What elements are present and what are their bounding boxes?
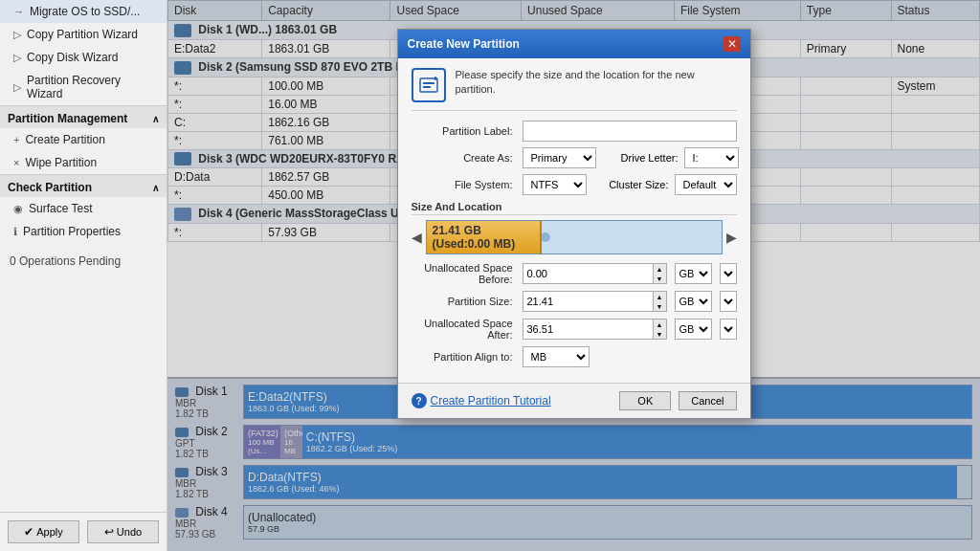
unalloc-after-spinner[interactable]: ▲ ▼ [523, 319, 667, 340]
sidebar-item-copy-disk[interactable]: ▷ Copy Disk Wizard [0, 46, 167, 69]
undo-icon: ↩ [104, 525, 114, 539]
sidebar-item-migrate-label: Migrate OS to SSD/... [30, 5, 140, 18]
dialog-intro: Please specify the size and the location… [412, 68, 737, 111]
migrate-icon: → [13, 6, 24, 17]
unalloc-before-row: Unallocated Space Before: ▲ ▼ GBMBKB ▼ [412, 262, 737, 285]
unalloc-before-extra-select[interactable]: ▼ [720, 263, 737, 284]
apply-button[interactable]: ✔ ✔ Apply Apply [8, 520, 79, 543]
main-content: Disk Capacity Used Space Unused Space Fi… [167, 0, 980, 551]
sidebar-item-copy-disk-label: Copy Disk Wizard [27, 51, 118, 64]
sidebar: → Migrate OS to SSD/... ▷ Copy Partition… [0, 0, 167, 551]
partition-bar-wrapper: ◀ 21.41 GB (Used:0.00 MB) ▶ [412, 220, 737, 254]
sidebar-item-partition-recovery-label: Partition Recovery Wizard [27, 74, 157, 100]
sidebar-item-copy-partition-label: Copy Partition Wizard [27, 28, 138, 41]
dialog-titlebar: Create New Partition ✕ [398, 30, 750, 58]
partition-props-icon: ℹ [13, 226, 17, 238]
cancel-button[interactable]: Cancel [679, 391, 736, 410]
sidebar-item-migrate[interactable]: → Migrate OS to SSD/... [0, 0, 167, 23]
unalloc-after-label: Unallocated Space After: [412, 318, 517, 341]
tutorial-link[interactable]: Create Partition Tutorial [431, 394, 551, 408]
dialog-body: Please specify the size and the location… [398, 58, 750, 383]
create-partition-icon: + [13, 134, 19, 145]
unalloc-after-down[interactable]: ▼ [654, 329, 666, 339]
partition-size-input[interactable] [523, 292, 653, 311]
create-partition-dialog: Create New Partition ✕ [397, 29, 751, 419]
partition-label-input[interactable] [523, 121, 737, 142]
create-as-row: Create As: Primary Logical Extended Driv… [412, 147, 737, 168]
unalloc-before-spinner[interactable]: ▲ ▼ [523, 263, 667, 284]
partition-bar-track[interactable]: 21.41 GB (Used:0.00 MB) [426, 220, 723, 254]
create-as-select[interactable]: Primary Logical Extended [523, 147, 596, 168]
bar-arrow-left[interactable]: ◀ [412, 230, 422, 245]
svg-rect-2 [423, 86, 431, 88]
check-partition-chevron: ∧ [152, 183, 159, 193]
unalloc-before-unit-select[interactable]: GBMBKB [675, 263, 712, 284]
unalloc-after-up[interactable]: ▲ [654, 320, 666, 329]
copy-disk-icon: ▷ [13, 52, 21, 64]
partition-size-spinner-btns: ▲ ▼ [653, 292, 666, 311]
sidebar-item-create-partition-label: Create Partition [25, 133, 104, 146]
sidebar-item-surface-test-label: Surface Test [29, 202, 92, 215]
drive-letter-select[interactable]: I: J: K: None [684, 147, 739, 168]
apply-icon: ✔ [24, 525, 33, 539]
unalloc-before-input[interactable] [523, 264, 653, 283]
sidebar-item-wipe-partition-label: Wipe Partition [25, 156, 97, 169]
sidebar-item-create-partition[interactable]: + Create Partition [0, 128, 167, 151]
wipe-partition-icon: × [13, 157, 19, 168]
unalloc-before-down[interactable]: ▼ [654, 274, 666, 283]
align-row: Partition Align to: MB KB None [412, 346, 737, 367]
unalloc-before-up[interactable]: ▲ [654, 264, 666, 274]
sidebar-item-partition-props-label: Partition Properties [23, 225, 121, 238]
sidebar-item-copy-partition[interactable]: ▷ Copy Partition Wizard [0, 23, 167, 46]
sidebar-item-surface-test[interactable]: ◉ Surface Test [0, 197, 167, 220]
size-location-section-title: Size And Location [412, 201, 737, 215]
partition-size-down[interactable]: ▼ [654, 301, 666, 311]
dialog-close-button[interactable]: ✕ [724, 36, 741, 52]
filesystem-select[interactable]: NTFS FAT32 exFAT [523, 174, 587, 195]
partition-label-label: Partition Label: [412, 125, 517, 137]
undo-button[interactable]: ↩ Undo [87, 520, 159, 543]
bar-arrow-right[interactable]: ▶ [726, 230, 737, 245]
align-label: Partition Align to: [412, 351, 517, 363]
ok-button[interactable]: OK [619, 391, 671, 410]
partition-size-label: Partition Size: [412, 296, 517, 307]
unalloc-before-spinner-btns: ▲ ▼ [653, 264, 666, 283]
help-icon: ? [412, 393, 427, 408]
check-partition-header[interactable]: Check Partition ∧ [0, 174, 167, 197]
copy-partition-icon: ▷ [13, 29, 21, 41]
unalloc-after-unit-select[interactable]: GBMBKB [675, 319, 712, 340]
tutorial-link-area[interactable]: ? Create Partition Tutorial [412, 393, 551, 408]
partition-management-header[interactable]: Partition Management ∧ [0, 105, 167, 128]
partition-size-spinner[interactable]: ▲ ▼ [523, 291, 667, 312]
surface-test-icon: ◉ [13, 203, 23, 215]
partition-bar-label: 21.41 GB (Used:0.00 MB) [433, 224, 540, 251]
sidebar-item-wipe-partition[interactable]: × Wipe Partition [0, 151, 167, 174]
sidebar-item-partition-props[interactable]: ℹ Partition Properties [0, 220, 167, 243]
cluster-size-select[interactable]: Default 512 1024 4096 [675, 174, 737, 195]
partition-management-chevron: ∧ [152, 114, 159, 124]
drive-letter-label: Drive Letter: [602, 152, 679, 164]
partition-label-row: Partition Label: [412, 121, 737, 142]
align-select[interactable]: MB KB None [523, 346, 590, 367]
dialog-overlay: Create New Partition ✕ [167, 0, 980, 551]
partition-size-up[interactable]: ▲ [654, 292, 666, 301]
svg-rect-1 [423, 82, 434, 84]
filesystem-label: File System: [412, 179, 517, 190]
unalloc-after-row: Unallocated Space After: ▲ ▼ GBMBKB ▼ [412, 318, 737, 341]
dialog-footer-buttons: OK Cancel [619, 391, 736, 410]
unalloc-after-input[interactable] [523, 320, 653, 339]
dialog-footer: ? Create Partition Tutorial OK Cancel [398, 383, 750, 418]
partition-size-row: Partition Size: ▲ ▼ GBMBKB ▼ [412, 291, 737, 312]
dialog-intro-text: Please specify the size and the location… [456, 68, 737, 98]
partition-size-unit-select[interactable]: GBMBKB [675, 291, 712, 312]
create-as-label: Create As: [412, 152, 517, 164]
sidebar-item-partition-recovery[interactable]: ▷ Partition Recovery Wizard [0, 69, 167, 105]
partition-recovery-icon: ▷ [13, 81, 21, 94]
sidebar-bottom-actions: ✔ ✔ Apply Apply ↩ Undo [0, 512, 167, 551]
unalloc-after-spinner-btns: ▲ ▼ [653, 320, 666, 339]
partition-bar-fill: 21.41 GB (Used:0.00 MB) [427, 221, 542, 253]
unalloc-after-extra-select[interactable]: ▼ [720, 319, 737, 340]
cluster-size-label: Cluster Size: [592, 179, 669, 190]
partition-management-title: Partition Management [8, 112, 127, 125]
partition-size-extra-select[interactable]: ▼ [720, 291, 737, 312]
